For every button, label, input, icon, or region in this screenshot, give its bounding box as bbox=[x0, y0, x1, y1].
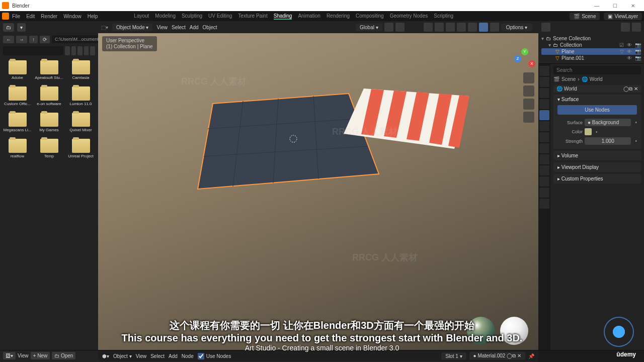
path-field[interactable]: C:\Users\M...ocuments\ bbox=[52, 35, 105, 43]
menu-edit[interactable]: Edit bbox=[26, 14, 35, 19]
display-grid-icon[interactable] bbox=[71, 46, 76, 55]
folder-item[interactable]: Adobe bbox=[2, 60, 33, 85]
folder-item[interactable]: Apeaksoft Stu... bbox=[34, 60, 64, 85]
folder-item[interactable]: My Games bbox=[34, 113, 64, 138]
close-button[interactable]: ✕ bbox=[624, 3, 642, 9]
outliner-filter-icon[interactable] bbox=[541, 23, 550, 32]
maximize-button[interactable]: ☐ bbox=[606, 3, 624, 9]
node-editor-type-icon[interactable]: ⬢▾ bbox=[102, 353, 109, 359]
workspace-tab[interactable]: Scripting bbox=[434, 13, 453, 20]
viewport-menu-view[interactable]: View bbox=[156, 25, 168, 30]
world-datablock[interactable]: 🌐 World ◯⧉ ✕ bbox=[553, 85, 641, 93]
shading-material-icon[interactable] bbox=[479, 23, 488, 32]
outliner-object[interactable]: ▽Plane▽👁📷 bbox=[541, 48, 641, 55]
use-nodes-checkbox[interactable]: Use Nodes bbox=[198, 353, 231, 359]
menu-render[interactable]: Render bbox=[41, 14, 57, 19]
eye-icon[interactable]: 👁 bbox=[627, 49, 632, 54]
proportional-edit-icon[interactable] bbox=[395, 23, 405, 32]
3d-viewport[interactable]: User Perspective (1) Collection | Plane bbox=[98, 33, 538, 350]
mesh-data-icon[interactable]: ▽ bbox=[620, 49, 624, 54]
folder-item[interactable]: Custom Offic... bbox=[2, 86, 33, 112]
world-strength-value[interactable]: 1.000 bbox=[585, 137, 631, 145]
folder-item[interactable]: Megascans Li... bbox=[2, 113, 33, 138]
display-sort-icon[interactable] bbox=[77, 46, 83, 55]
prop-tab-particles-icon[interactable] bbox=[539, 143, 549, 153]
volume-panel-header[interactable]: ▸ Volume bbox=[553, 151, 641, 160]
node-menu-view[interactable]: View bbox=[136, 353, 147, 359]
eye-icon[interactable]: 👁 bbox=[627, 42, 632, 48]
surface-panel-header[interactable]: ▾ Surface bbox=[553, 95, 641, 104]
object-mode-dropdown[interactable]: Object Mode ▾ bbox=[112, 24, 152, 31]
exclude-icon[interactable]: ☑ bbox=[619, 42, 624, 48]
snap-toggle-icon[interactable] bbox=[384, 23, 393, 32]
menu-help[interactable]: Help bbox=[88, 14, 98, 19]
menu-window[interactable]: Window bbox=[63, 14, 82, 19]
prop-tab-texture-icon[interactable] bbox=[539, 199, 549, 209]
editor-type-icon[interactable]: ⬚▾ bbox=[101, 25, 108, 30]
outliner-new-collection-icon[interactable] bbox=[632, 23, 641, 32]
image-editor-view-menu[interactable]: View bbox=[18, 353, 29, 358]
image-open-button[interactable]: 🗀 Open bbox=[52, 352, 75, 359]
viewport-menu-object[interactable]: Object bbox=[203, 25, 217, 30]
workspace-tab[interactable]: UV Editing bbox=[208, 13, 232, 20]
prop-tab-output-icon[interactable] bbox=[539, 77, 549, 87]
prop-tab-modifiers-icon[interactable] bbox=[539, 132, 549, 142]
folder-item[interactable]: Temp bbox=[34, 139, 64, 164]
outliner-search-icon[interactable] bbox=[621, 23, 630, 32]
node-mode-dropdown[interactable]: Object ▾ bbox=[113, 353, 132, 359]
viewport-menu-add[interactable]: Add bbox=[190, 25, 199, 30]
workspace-tab[interactable]: Compositing bbox=[356, 13, 384, 20]
camera-tool-icon[interactable] bbox=[523, 99, 534, 110]
workspace-tab[interactable]: Geometry Nodes bbox=[390, 13, 428, 20]
material-slot-dropdown[interactable]: Slot 1 ▾ bbox=[441, 352, 466, 360]
camera-icon[interactable]: 📷 bbox=[635, 49, 641, 54]
folder-item[interactable]: Unreal Project bbox=[65, 139, 96, 164]
display-filter-icon[interactable] bbox=[84, 46, 89, 55]
prop-tab-physics-icon[interactable] bbox=[539, 154, 549, 164]
workspace-tab[interactable]: Animation bbox=[298, 13, 320, 20]
filebrowser-icon[interactable]: 🗀 bbox=[3, 23, 14, 32]
file-search-input[interactable] bbox=[3, 46, 63, 55]
workspace-tab-active[interactable]: Shading bbox=[274, 13, 292, 20]
display-settings-icon[interactable] bbox=[90, 46, 95, 55]
folder-item[interactable]: Lumion 11.0 bbox=[65, 86, 96, 112]
workspace-tab[interactable]: Layout bbox=[134, 13, 149, 20]
pin-icon[interactable]: 📌 bbox=[528, 353, 534, 359]
custom-properties-panel-header[interactable]: ▸ Custom Properties bbox=[553, 174, 641, 184]
prop-tab-data-icon[interactable] bbox=[539, 176, 549, 187]
pan-tool-icon[interactable] bbox=[523, 85, 534, 97]
gizmo-toggle-icon[interactable] bbox=[424, 23, 433, 32]
image-new-button[interactable]: + New bbox=[31, 352, 50, 359]
workspace-tab[interactable]: Rendering bbox=[327, 13, 350, 20]
viewport-options[interactable]: Options ▾ bbox=[501, 24, 532, 31]
prop-tab-object-icon[interactable] bbox=[539, 121, 549, 131]
prop-tab-viewlayer-icon[interactable] bbox=[539, 88, 549, 98]
world-color-swatch[interactable] bbox=[585, 128, 592, 135]
filebrowser-dropdown[interactable]: ▾ bbox=[17, 23, 26, 32]
node-menu-node[interactable]: Node bbox=[182, 353, 194, 359]
scene-selector[interactable]: 🎬Scene bbox=[570, 13, 600, 20]
folder-item[interactable]: Quixel Mixer bbox=[65, 113, 96, 138]
outliner-collection[interactable]: ▾🗀Collection☑👁📷 bbox=[541, 42, 641, 48]
workspace-tab[interactable]: Texture Paint bbox=[238, 13, 267, 20]
zoom-tool-icon[interactable] bbox=[523, 72, 534, 83]
axis-x-icon[interactable]: X bbox=[528, 60, 535, 67]
shading-wireframe-icon[interactable] bbox=[457, 23, 466, 32]
menu-file[interactable]: File bbox=[12, 14, 20, 19]
camera-icon[interactable]: 📷 bbox=[635, 42, 641, 48]
workspace-tab[interactable]: Modeling bbox=[155, 13, 176, 20]
nav-forward-button[interactable]: → bbox=[16, 36, 27, 43]
viewport-menu-select[interactable]: Select bbox=[172, 25, 186, 30]
viewlayer-selector[interactable]: ▣ViewLayer bbox=[604, 13, 642, 20]
perspective-tool-icon[interactable] bbox=[523, 112, 534, 123]
prop-tab-constraints-icon[interactable] bbox=[539, 165, 549, 175]
folder-item[interactable]: Camtasia bbox=[65, 60, 96, 85]
minimize-button[interactable]: — bbox=[588, 3, 606, 9]
shading-solid-icon[interactable] bbox=[468, 23, 477, 32]
use-nodes-button[interactable]: Use Nodes bbox=[557, 105, 637, 115]
prop-tab-scene-icon[interactable] bbox=[539, 99, 549, 109]
node-menu-select[interactable]: Select bbox=[150, 353, 165, 359]
nav-up-button[interactable]: ↑ bbox=[29, 36, 38, 43]
material-datablock[interactable]: ● Material.002 ◯⧉ ✕ bbox=[469, 352, 525, 360]
nav-refresh-button[interactable]: ⟳ bbox=[40, 36, 50, 43]
